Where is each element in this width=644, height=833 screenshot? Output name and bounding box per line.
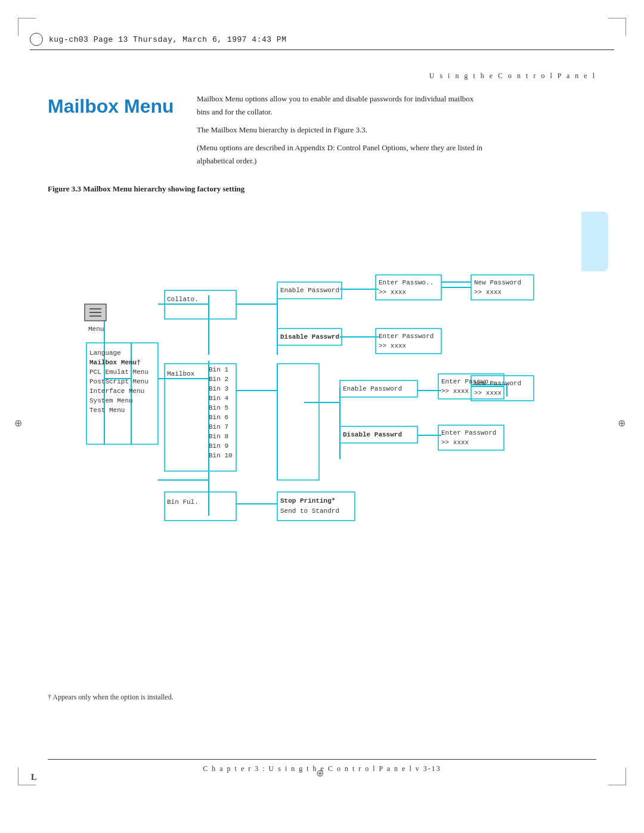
svg-text:Enter Password: Enter Password	[441, 429, 496, 436]
description2: The Mailbox Menu hierarchy is depicted i…	[197, 123, 483, 137]
svg-text:Menu: Menu	[88, 326, 104, 333]
svg-text:Bin 4: Bin 4	[209, 395, 228, 402]
svg-text:Enable Password: Enable Password	[280, 287, 339, 294]
svg-text:>> xxxx: >> xxxx	[379, 342, 407, 349]
corner-mark-br	[608, 767, 626, 785]
svg-text:Enter Passwo..: Enter Passwo..	[441, 378, 496, 385]
svg-text:Interface Menu: Interface Menu	[89, 388, 144, 395]
svg-text:Mailbox: Mailbox	[167, 370, 195, 377]
svg-text:Bin 9: Bin 9	[209, 442, 228, 450]
svg-text:Collato.: Collato.	[167, 296, 199, 303]
description3: (Menu options are described in Appendix …	[197, 141, 483, 168]
svg-text:Bin 3: Bin 3	[209, 385, 228, 392]
circle-mark	[30, 33, 43, 46]
diagram-area: Menu Language Mailbox Menu† PCL Emulat M…	[48, 212, 596, 558]
content-area: Mailbox Menu Mailbox Menu options allow …	[48, 92, 596, 558]
svg-text:New Password: New Password	[474, 279, 521, 286]
svg-text:>> xxxx: >> xxxx	[441, 439, 469, 446]
svg-text:Enter Passwo..: Enter Passwo..	[379, 279, 434, 286]
svg-text:Enter Password: Enter Password	[379, 333, 434, 340]
mailbox-title: Mailbox Menu	[48, 95, 185, 117]
svg-text:PCL Emulat Menu: PCL Emulat Menu	[89, 368, 148, 376]
svg-text:>> xxxx: >> xxxx	[474, 289, 502, 296]
header-line: kug-ch03 Page 13 Thursday, March 6, 1997…	[30, 33, 614, 50]
svg-text:PostScript Menu: PostScript Menu	[89, 378, 148, 385]
svg-text:System Menu: System Menu	[89, 397, 133, 404]
svg-text:Stop Printing*: Stop Printing*	[280, 497, 335, 504]
svg-text:Bin 7: Bin 7	[209, 423, 228, 431]
cross-mark-right	[618, 417, 630, 429]
svg-text:>> xxxx: >> xxxx	[441, 388, 469, 395]
svg-rect-80	[277, 492, 355, 521]
svg-text:Send to Standrd: Send to Standrd	[280, 507, 339, 515]
right-header: U s i n g t h e C o n t r o l P a n e l	[429, 72, 596, 80]
title-description: Mailbox Menu options allow you to enable…	[197, 92, 483, 172]
svg-text:Language: Language	[89, 349, 121, 357]
svg-text:Test Menu: Test Menu	[89, 407, 125, 414]
svg-text:Bin 2: Bin 2	[209, 376, 228, 383]
svg-rect-51	[165, 492, 236, 521]
footer-text: C h a p t e r 3 : U s i n g t h e C o n …	[203, 764, 441, 773]
svg-text:Bin 10: Bin 10	[209, 452, 233, 459]
svg-text:Bin 6: Bin 6	[209, 414, 228, 421]
svg-text:>> xxxx: >> xxxx	[474, 389, 502, 397]
header-title: kug-ch03 Page 13 Thursday, March 6, 1997…	[49, 35, 286, 44]
svg-text:Mailbox Menu†: Mailbox Menu†	[89, 359, 141, 366]
svg-text:Bin 5: Bin 5	[209, 404, 228, 411]
svg-text:Bin Ful.: Bin Ful.	[167, 498, 199, 506]
svg-rect-69	[277, 364, 319, 480]
svg-text:>> xxxx: >> xxxx	[379, 289, 407, 296]
l-mark: L	[31, 773, 36, 782]
figure-caption: Figure 3.3 Mailbox Menu hierarchy showin…	[48, 184, 596, 194]
svg-text:Disable Passwrd: Disable Passwrd	[280, 333, 339, 340]
svg-text:Bin 1: Bin 1	[209, 366, 228, 373]
svg-text:Bin 8: Bin 8	[209, 433, 228, 440]
footer: C h a p t e r 3 : U s i n g t h e C o n …	[48, 759, 596, 773]
title-section: Mailbox Menu Mailbox Menu options allow …	[48, 92, 596, 172]
svg-text:Enable Password: Enable Password	[343, 385, 402, 392]
cross-mark-left	[14, 417, 26, 429]
footnote: † Appears only when the option is instal…	[48, 693, 174, 702]
svg-text:Disable Passwrd: Disable Passwrd	[343, 431, 402, 438]
description1: Mailbox Menu options allow you to enable…	[197, 92, 483, 119]
diagram-svg: Menu Language Mailbox Menu† PCL Emulat M…	[48, 212, 596, 558]
